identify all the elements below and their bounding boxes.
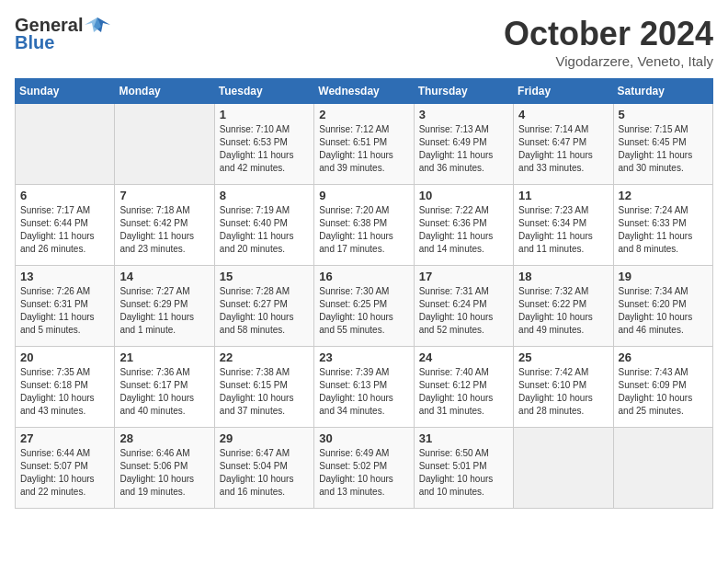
day-detail: Sunrise: 7:27 AM Sunset: 6:29 PM Dayligh… [119,285,209,337]
day-detail: Sunrise: 7:20 AM Sunset: 6:38 PM Dayligh… [319,204,408,256]
calendar-week-row: 13Sunrise: 7:26 AM Sunset: 6:31 PM Dayli… [16,266,713,347]
day-detail: Sunrise: 7:42 AM Sunset: 6:10 PM Dayligh… [518,366,608,418]
day-detail: Sunrise: 7:31 AM Sunset: 6:24 PM Dayligh… [419,285,508,337]
calendar-cell: 21Sunrise: 7:36 AM Sunset: 6:17 PM Dayli… [115,347,214,428]
day-detail: Sunrise: 7:43 AM Sunset: 6:09 PM Dayligh… [619,366,708,418]
day-detail: Sunrise: 7:39 AM Sunset: 6:13 PM Dayligh… [319,366,408,418]
calendar-week-row: 1Sunrise: 7:10 AM Sunset: 6:53 PM Daylig… [16,104,713,185]
calendar-cell: 18Sunrise: 7:32 AM Sunset: 6:22 PM Dayli… [514,266,613,347]
day-number: 15 [220,270,309,283]
day-number: 26 [619,350,708,364]
calendar-cell: 22Sunrise: 7:38 AM Sunset: 6:15 PM Dayli… [214,347,313,428]
day-detail: Sunrise: 7:26 AM Sunset: 6:31 PM Dayligh… [20,285,109,337]
logo: General Blue [15,15,110,53]
calendar-cell [16,104,115,185]
day-number: 28 [119,431,209,445]
calendar-cell: 11Sunrise: 7:23 AM Sunset: 6:34 PM Dayli… [514,185,613,266]
calendar-cell: 30Sunrise: 6:49 AM Sunset: 5:02 PM Dayli… [314,428,414,509]
calendar-cell: 31Sunrise: 6:50 AM Sunset: 5:01 PM Dayli… [414,428,513,509]
day-detail: Sunrise: 7:38 AM Sunset: 6:15 PM Dayligh… [220,366,309,418]
day-detail: Sunrise: 7:28 AM Sunset: 6:27 PM Dayligh… [220,285,309,337]
calendar-cell [514,428,613,509]
day-of-week-header: Friday [514,79,613,104]
day-detail: Sunrise: 7:14 AM Sunset: 6:47 PM Dayligh… [518,123,608,175]
day-number: 24 [419,350,508,364]
calendar-cell: 24Sunrise: 7:40 AM Sunset: 6:12 PM Dayli… [414,347,513,428]
day-number: 14 [119,270,209,283]
day-detail: Sunrise: 7:23 AM Sunset: 6:34 PM Dayligh… [518,204,608,256]
day-number: 16 [319,270,408,283]
calendar-cell: 27Sunrise: 6:44 AM Sunset: 5:07 PM Dayli… [16,428,115,509]
day-detail: Sunrise: 7:13 AM Sunset: 6:49 PM Dayligh… [419,123,508,175]
day-number: 1 [220,108,309,121]
day-detail: Sunrise: 7:15 AM Sunset: 6:45 PM Dayligh… [619,123,708,175]
day-number: 9 [319,189,408,202]
calendar-week-row: 20Sunrise: 7:35 AM Sunset: 6:18 PM Dayli… [16,347,713,428]
day-of-week-header: Tuesday [214,79,313,104]
calendar-cell: 25Sunrise: 7:42 AM Sunset: 6:10 PM Dayli… [514,347,613,428]
calendar-cell: 20Sunrise: 7:35 AM Sunset: 6:18 PM Dayli… [16,347,115,428]
day-detail: Sunrise: 7:30 AM Sunset: 6:25 PM Dayligh… [319,285,408,337]
day-of-week-header: Thursday [414,79,513,104]
day-detail: Sunrise: 7:40 AM Sunset: 6:12 PM Dayligh… [419,366,508,418]
day-of-week-header: Wednesday [314,79,414,104]
day-detail: Sunrise: 6:50 AM Sunset: 5:01 PM Dayligh… [419,447,508,499]
logo-blue-text: Blue [15,32,54,53]
calendar-cell: 16Sunrise: 7:30 AM Sunset: 6:25 PM Dayli… [314,266,414,347]
day-of-week-header: Sunday [16,79,115,104]
day-number: 21 [119,350,209,364]
day-number: 23 [319,350,408,364]
day-detail: Sunrise: 7:12 AM Sunset: 6:51 PM Dayligh… [319,123,408,175]
day-number: 12 [619,189,708,202]
day-number: 10 [419,189,508,202]
day-detail: Sunrise: 6:46 AM Sunset: 5:06 PM Dayligh… [119,447,209,499]
day-number: 25 [518,350,608,364]
day-detail: Sunrise: 7:18 AM Sunset: 6:42 PM Dayligh… [119,204,209,256]
calendar-cell: 17Sunrise: 7:31 AM Sunset: 6:24 PM Dayli… [414,266,513,347]
day-detail: Sunrise: 7:10 AM Sunset: 6:53 PM Dayligh… [220,123,309,175]
day-number: 13 [20,270,109,283]
calendar-cell [613,428,712,509]
calendar-cell: 19Sunrise: 7:34 AM Sunset: 6:20 PM Dayli… [613,266,712,347]
calendar-cell: 15Sunrise: 7:28 AM Sunset: 6:27 PM Dayli… [214,266,313,347]
location-subtitle: Vigodarzere, Veneto, Italy [504,53,713,69]
day-number: 19 [619,270,708,283]
calendar-header-row: SundayMondayTuesdayWednesdayThursdayFrid… [16,79,713,104]
calendar-cell: 7Sunrise: 7:18 AM Sunset: 6:42 PM Daylig… [115,185,214,266]
calendar-cell: 29Sunrise: 6:47 AM Sunset: 5:04 PM Dayli… [214,428,313,509]
day-number: 31 [419,431,508,445]
day-number: 4 [518,108,608,121]
day-number: 7 [119,189,209,202]
calendar-table: SundayMondayTuesdayWednesdayThursdayFrid… [15,78,713,509]
calendar-cell: 12Sunrise: 7:24 AM Sunset: 6:33 PM Dayli… [613,185,712,266]
day-detail: Sunrise: 7:32 AM Sunset: 6:22 PM Dayligh… [518,285,608,337]
day-number: 3 [419,108,508,121]
day-number: 5 [619,108,708,121]
day-number: 6 [20,189,109,202]
day-detail: Sunrise: 6:49 AM Sunset: 5:02 PM Dayligh… [319,447,408,499]
day-number: 27 [20,431,109,445]
calendar-cell: 14Sunrise: 7:27 AM Sunset: 6:29 PM Dayli… [115,266,214,347]
day-number: 22 [220,350,309,364]
calendar-cell: 1Sunrise: 7:10 AM Sunset: 6:53 PM Daylig… [214,104,313,185]
day-detail: Sunrise: 7:19 AM Sunset: 6:40 PM Dayligh… [220,204,309,256]
calendar-cell: 8Sunrise: 7:19 AM Sunset: 6:40 PM Daylig… [214,185,313,266]
calendar-week-row: 27Sunrise: 6:44 AM Sunset: 5:07 PM Dayli… [16,428,713,509]
day-number: 8 [220,189,309,202]
calendar-cell: 2Sunrise: 7:12 AM Sunset: 6:51 PM Daylig… [314,104,414,185]
day-detail: Sunrise: 7:36 AM Sunset: 6:17 PM Dayligh… [119,366,209,418]
calendar-cell: 10Sunrise: 7:22 AM Sunset: 6:36 PM Dayli… [414,185,513,266]
calendar-cell [115,104,214,185]
logo-bird-icon [85,16,110,36]
day-detail: Sunrise: 6:44 AM Sunset: 5:07 PM Dayligh… [20,447,109,499]
title-block: October 2024 Vigodarzere, Veneto, Italy [504,15,713,69]
calendar-cell: 9Sunrise: 7:20 AM Sunset: 6:38 PM Daylig… [314,185,414,266]
day-detail: Sunrise: 7:35 AM Sunset: 6:18 PM Dayligh… [20,366,109,418]
calendar-cell: 4Sunrise: 7:14 AM Sunset: 6:47 PM Daylig… [514,104,613,185]
calendar-cell: 28Sunrise: 6:46 AM Sunset: 5:06 PM Dayli… [115,428,214,509]
month-title: October 2024 [504,15,713,53]
calendar-cell: 23Sunrise: 7:39 AM Sunset: 6:13 PM Dayli… [314,347,414,428]
day-detail: Sunrise: 7:22 AM Sunset: 6:36 PM Dayligh… [419,204,508,256]
day-number: 2 [319,108,408,121]
day-number: 11 [518,189,608,202]
